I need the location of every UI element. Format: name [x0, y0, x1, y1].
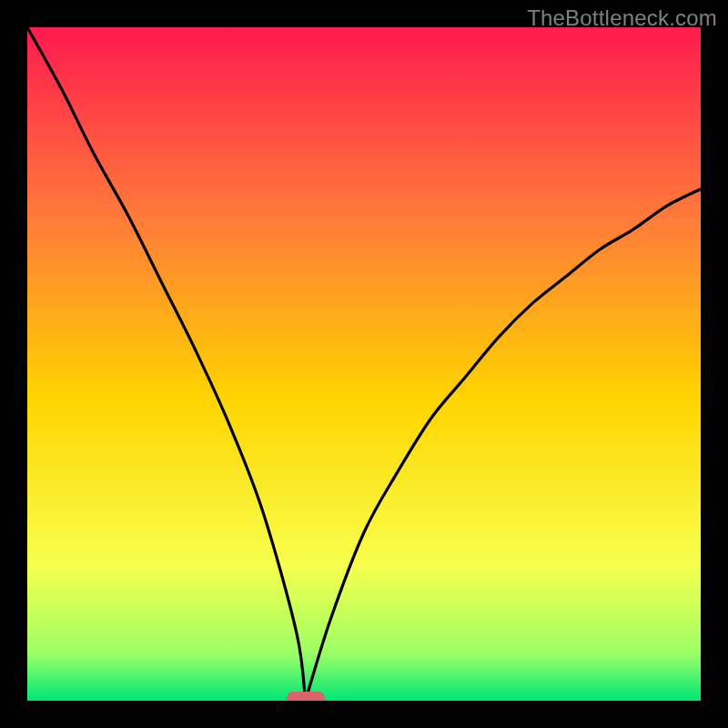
bottleneck-curve	[27, 27, 701, 701]
watermark-text: TheBottleneck.com	[527, 5, 717, 31]
plot-area	[27, 27, 701, 701]
optimal-marker	[287, 692, 325, 701]
chart-frame: TheBottleneck.com	[0, 0, 728, 728]
